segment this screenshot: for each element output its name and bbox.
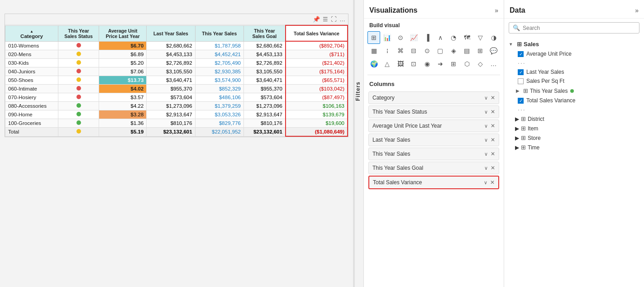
viz-arrow-icon[interactable]: ➜ [434,57,447,70]
menu-icon[interactable]: ☰ [323,16,328,23]
viz-bar-icon[interactable]: 📊 [381,31,393,44]
chevron-icon-6[interactable]: ∨ [484,180,487,186]
column-field-label-0: Category [372,95,395,101]
data-collapse-btn[interactable]: » [635,7,639,14]
viz-diamond-icon[interactable]: ◇ [474,57,487,70]
column-field-2[interactable]: Average Unit Price Last Year∨✕ [368,120,499,132]
tree-store[interactable]: ▶ ⊞ Store [507,133,641,143]
viz-qna-icon[interactable]: 💬 [487,44,500,57]
expand-icon[interactable]: ⛶ [331,16,337,23]
close-icon-6[interactable]: ✕ [490,179,495,186]
viz-slicer-icon[interactable]: ▤ [461,44,473,57]
cb-sales-sqft[interactable]: Sales Per Sq Ft [507,77,641,86]
cb-sales-sqft-checkbox[interactable] [518,78,524,84]
viz-kpi-icon[interactable]: ◈ [447,44,460,57]
column-field-6[interactable]: Total Sales Variance∨✕ [368,176,499,189]
viz-collapse-btn[interactable]: » [495,7,498,14]
chevron-icon-1[interactable]: ∨ [484,109,488,115]
tree-sales-group[interactable]: ▾ ⊞ Sales [507,39,641,49]
tree-this-year-sales[interactable]: ▶ ⊞ This Year Sales [507,86,641,96]
cb-total-variance-checkbox[interactable]: ✓ [518,98,524,104]
close-icon-2[interactable]: ✕ [491,123,495,129]
close-icon-5[interactable]: ✕ [491,165,495,171]
viz-map-icon[interactable]: 🗺 [461,31,473,44]
column-field-5[interactable]: This Year Sales Goal∨✕ [368,162,499,174]
viz-funnel-icon[interactable]: ▽ [474,31,487,44]
column-field-0[interactable]: Category∨✕ [368,91,499,104]
tree-district[interactable]: ▶ ⊞ District [507,114,641,124]
search-box[interactable]: 🔍 [509,22,639,33]
column-field-4[interactable]: This Year Sales∨✕ [368,148,499,160]
col-this-year[interactable]: This Year Sales [195,25,243,41]
cb-total-variance[interactable]: ✓ Total Sales Variance [507,96,641,105]
chevron-icon-0[interactable]: ∨ [484,95,488,101]
chevron-icon-4[interactable]: ∨ [484,151,488,157]
tree-time[interactable]: ▶ ⊞ Time [507,143,641,152]
more-icon[interactable]: … [339,16,345,23]
column-field-1[interactable]: This Year Sales Status∨✕ [368,105,499,118]
table-cell-avg-price: $6.70 [99,41,147,50]
table-cell-variance: ($175,164) [286,67,348,76]
col-status[interactable]: This YearSales Status [58,25,99,41]
table-cell-avg-price: $3.28 [99,110,147,119]
viz-donut-icon[interactable]: ⊙ [421,44,434,57]
column-field-actions-2: ∨✕ [484,123,495,129]
viz-matrix-icon[interactable]: ⊞ [474,44,487,57]
close-icon-3[interactable]: ✕ [491,137,495,143]
table-cell-last-year: $2,680,662 [147,41,195,50]
pin-icon[interactable]: 📌 [313,16,320,23]
viz-ribbon-icon[interactable]: ⌘ [394,44,407,57]
column-field-3[interactable]: Last Year Sales∨✕ [368,134,499,146]
column-field-label-2: Average Unit Price Last Year [372,123,442,129]
viz-shape-icon[interactable]: △ [381,57,393,70]
close-icon-1[interactable]: ✕ [491,109,495,115]
data-panel: Data » 🔍 ▾ ⊞ Sales ✓ Average Unit Price … [504,0,644,287]
table-cell-category: 100-Groceries [5,119,58,128]
chevron-icon-3[interactable]: ∨ [484,137,488,143]
viz-gauge-icon[interactable]: ◑ [487,31,500,44]
col-avg-price[interactable]: Average UnitPrice Last Year [99,25,147,41]
table-cell-category: 030-Kids [5,59,58,67]
viz-table-icon[interactable]: ⊞ [367,31,380,44]
tree-item[interactable]: ▶ ⊞ Item [507,124,641,133]
cb-last-year[interactable]: ✓ Last Year Sales [507,67,641,77]
viz-image-icon[interactable]: 🖼 [394,57,407,70]
viz-line-icon[interactable]: 📈 [407,31,420,44]
close-icon-4[interactable]: ✕ [491,151,495,157]
col-category[interactable]: ▲ Category [5,25,58,41]
this-year-sales-label: This Year Sales [530,88,568,94]
table-cell-goal: $2,680,662 [243,41,285,50]
chevron-icon-5[interactable]: ∨ [484,165,488,171]
col-goal[interactable]: This YearSales Goal [243,25,285,41]
viz-card-icon[interactable]: ▢ [434,44,447,57]
viz-table2-icon[interactable]: ⊡ [407,57,420,70]
table-cell-goal: $955,370 [243,85,285,93]
col-last-year[interactable]: Last Year Sales [147,25,195,41]
cb-last-year-label: Last Year Sales [526,69,564,75]
viz-waterfall-icon[interactable]: ⫶ [381,44,393,57]
viz-scatter-icon[interactable]: ⊙ [394,31,407,44]
viz-area-icon[interactable]: ∧ [434,31,447,44]
viz-filled-map-icon[interactable]: 🌍 [367,57,380,70]
viz-treemap-icon[interactable]: ▦ [367,44,380,57]
search-input[interactable] [523,25,635,31]
table-cell-goal: $1,273,096 [243,102,285,110]
viz-nav-icon[interactable]: ◉ [421,57,434,70]
viz-column-icon[interactable]: ▐ [421,31,434,44]
viz-hex-icon[interactable]: ⬡ [461,57,473,70]
viz-paginate-icon[interactable]: ⊞ [447,57,460,70]
build-visual-label: Build visual [364,19,504,31]
viz-more2-icon[interactable]: … [487,57,500,70]
table-icon-2: ⊞ [523,87,528,94]
cb-avg-price[interactable]: ✓ Average Unit Price [507,49,641,58]
chevron-icon-2[interactable]: ∨ [484,123,488,129]
cb-avg-price-checkbox[interactable]: ✓ [518,51,524,57]
viz-pie-icon[interactable]: ◔ [447,31,460,44]
table-cell-avg-price: $5.19 [99,128,147,137]
cb-last-year-checkbox[interactable]: ✓ [518,69,524,75]
cb-total-variance-label: Total Sales Variance [526,97,576,104]
viz-combo-icon[interactable]: ⊟ [407,44,420,57]
close-icon-0[interactable]: ✕ [491,95,495,101]
col-variance[interactable]: Total Sales Variance [286,25,348,41]
data-title: Data [510,6,525,14]
